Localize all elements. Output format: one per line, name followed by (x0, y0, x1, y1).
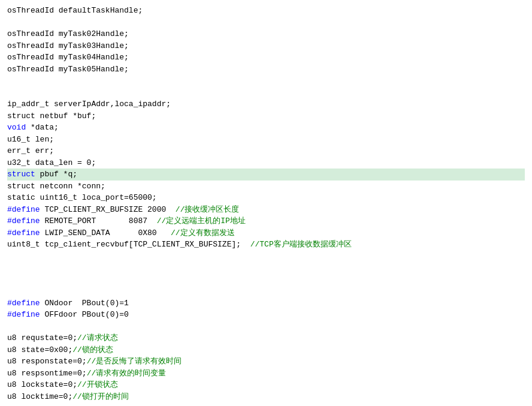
code-line: #define LWIP_SEND_DATA 0X80 //定义有数据发送 (7, 227, 525, 239)
code-line: u32_t data_len = 0; (7, 157, 525, 169)
code-editor: osThreadId defaultTaskHandle; osThreadId… (0, 0, 532, 406)
code-line: u8 state=0x00;//锁的状态 (7, 344, 525, 356)
code-line: osThreadId myTask05Handle; (7, 64, 525, 76)
code-line: #define OFFdoor PBout(0)=0 (7, 309, 525, 321)
code-line: uint8_t tcp_client_recvbuf[TCP_CLIENT_RX… (7, 239, 525, 251)
code-line (7, 321, 525, 333)
code-line: static uint16_t loca_port=65000; (7, 192, 525, 204)
code-line: u8 requstate=0;//请求状态 (7, 332, 525, 344)
code-line: u16_t len; (7, 134, 525, 146)
code-line: u8 responstate=0;//是否反悔了请求有效时间 (7, 356, 525, 368)
code-line (7, 87, 525, 99)
code-line (7, 285, 525, 297)
code-line (7, 17, 525, 29)
code-line: void *data; (7, 122, 525, 134)
code-line: osThreadId myTask02Handle; (7, 28, 525, 40)
code-line: struct pbuf *q; (7, 169, 525, 181)
code-line (7, 274, 525, 286)
code-line: osThreadId myTask03Handle; (7, 40, 525, 52)
code-line: osThreadId defaultTaskHandle; (7, 5, 525, 17)
code-line: struct netconn *conn; (7, 181, 525, 193)
code-line (7, 75, 525, 87)
code-line: #define ONdoor PBout(0)=1 (7, 297, 525, 309)
code-line: u8 lockstate=0;//开锁状态 (7, 379, 525, 391)
code-line: osThreadId myTask04Handle; (7, 52, 525, 64)
code-line: u8 locktime=0;//锁打开的时间 (7, 391, 525, 403)
code-line: err_t err; (7, 145, 525, 157)
code-line: ip_addr_t serverIpAddr,loca_ipaddr; (7, 98, 525, 110)
code-line: struct netbuf *buf; (7, 110, 525, 122)
code-line: u8 respsontime=0;//请求有效的时间变量 (7, 368, 525, 380)
code-line (7, 262, 525, 274)
code-line: #define REMOTE_PORT 8087 //定义远端主机的IP地址 (7, 215, 525, 227)
code-line: #define TCP_CLIENT_RX_BUFSIZE 2000 //接收缓… (7, 204, 525, 216)
code-line (7, 251, 525, 263)
